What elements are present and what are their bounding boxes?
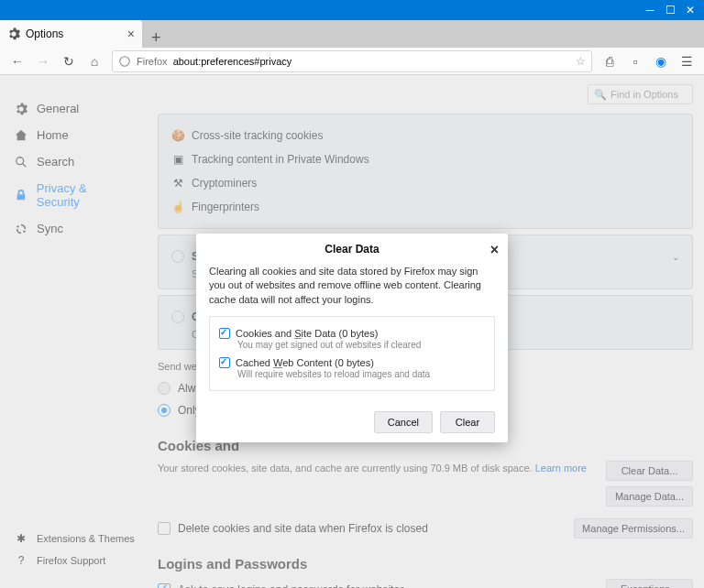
checkbox-cookies[interactable] (219, 328, 230, 339)
bookmark-star-icon[interactable]: ☆ (576, 55, 586, 68)
window-close[interactable]: ✕ (680, 0, 700, 20)
window-maximize[interactable]: ☐ (660, 0, 680, 20)
dialog-options: Cookies and Site Data (0 bytes) You may … (209, 316, 495, 391)
tab-options[interactable]: Options × (0, 20, 142, 48)
clear-data-dialog: Clear Data × Clearing all cookies and si… (196, 234, 508, 442)
dialog-close-button[interactable]: × (490, 242, 499, 258)
opt-cache-sub: Will require websites to reload images a… (219, 369, 485, 379)
firefox-icon (118, 55, 131, 68)
tab-close-icon[interactable]: × (127, 27, 135, 41)
dialog-opt-cache[interactable]: Cached Web Content (0 bytes) Will requir… (219, 354, 485, 383)
svg-point-0 (120, 56, 130, 66)
url-path: about:preferences#privacy (173, 56, 292, 67)
window-minimize[interactable]: ─ (640, 0, 660, 20)
url-bar[interactable]: Firefox about:preferences#privacy ☆ (112, 50, 592, 72)
reload-button[interactable]: ↻ (57, 50, 81, 72)
dialog-cancel-button[interactable]: Cancel (374, 411, 433, 433)
checkbox-cache[interactable] (219, 357, 230, 368)
home-button[interactable]: ⌂ (82, 50, 106, 72)
navbar: ← → ↻ ⌂ Firefox about:preferences#privac… (0, 48, 704, 75)
window-titlebar: ─ ☐ ✕ (0, 0, 704, 20)
dialog-description: Clearing all cookies and site data store… (209, 265, 495, 307)
whatsnew-icon[interactable]: ◉ (649, 50, 673, 72)
tab-bar: Options × + (0, 20, 704, 48)
new-tab-button[interactable]: + (142, 28, 170, 48)
forward-button[interactable]: → (31, 50, 55, 72)
dialog-title: Clear Data × (196, 234, 508, 265)
back-button[interactable]: ← (6, 50, 29, 72)
tab-title: Options (26, 27, 63, 40)
url-host: Firefox (137, 56, 168, 67)
gear-icon (7, 27, 20, 40)
dialog-clear-button[interactable]: Clear (440, 411, 495, 433)
sidebar-toggle-icon[interactable]: ▫ (623, 50, 647, 72)
library-icon[interactable]: ⎙ (598, 50, 622, 72)
opt-cookies-sub: You may get signed out of websites if cl… (219, 340, 485, 350)
app-menu-button[interactable]: ☰ (675, 50, 698, 72)
dialog-opt-cookies[interactable]: Cookies and Site Data (0 bytes) You may … (219, 324, 485, 354)
